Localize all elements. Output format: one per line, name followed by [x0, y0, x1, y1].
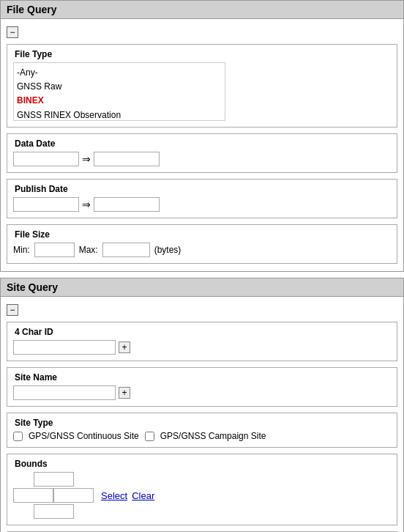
four-char-id-plus[interactable]: + — [119, 341, 130, 353]
site-type-continuous-checkbox[interactable] — [13, 432, 23, 441]
four-char-id-row: + — [13, 340, 391, 355]
file-type-option-any[interactable]: -Any- — [17, 66, 222, 80]
site-name-row: + — [13, 385, 391, 400]
site-name-legend: Site Name — [13, 372, 391, 383]
bounds-clear-link[interactable]: Clear — [132, 490, 154, 501]
site-name-input[interactable] — [13, 385, 116, 400]
bounds-container: Select Clear — [13, 472, 391, 519]
site-query-body: − 4 Char ID + Site Name + Site Type GPS/… — [0, 297, 404, 532]
four-char-id-legend: 4 Char ID — [13, 327, 391, 337]
four-char-id-input[interactable] — [13, 340, 116, 355]
site-type-campaign-label: GPS/GNSS Campaign Site — [160, 431, 266, 441]
file-type-option-binex[interactable]: BINEX — [17, 94, 222, 108]
bounds-bottom-row — [34, 504, 391, 519]
bounds-legend: Bounds — [13, 459, 391, 469]
bounds-left-input[interactable] — [13, 488, 53, 503]
site-query-title: Site Query — [7, 281, 58, 293]
file-size-bytes-label: (bytes) — [154, 245, 182, 255]
file-query-section: File Query − File Type -Any- GNSS Raw BI… — [0, 0, 404, 272]
data-date-arrow: ⇒ — [82, 153, 91, 165]
bounds-top-row — [34, 472, 391, 487]
data-date-fieldset: Data Date ⇒ — [7, 133, 397, 173]
site-type-campaign-checkbox[interactable] — [145, 432, 154, 441]
bounds-mid-row: Select Clear — [13, 488, 391, 503]
site-type-fieldset: Site Type GPS/GNSS Continuous Site GPS/G… — [7, 413, 397, 448]
file-size-min-label: Min: — [13, 245, 30, 255]
file-type-legend: File Type — [13, 49, 391, 59]
publish-date-row: ⇒ — [13, 197, 391, 212]
data-date-legend: Data Date — [13, 138, 391, 149]
bounds-top-input[interactable] — [34, 472, 74, 487]
data-date-row: ⇒ — [13, 152, 391, 166]
file-query-body: − File Type -Any- GNSS Raw BINEX GNSS RI… — [0, 19, 404, 272]
site-query-header: Site Query — [0, 278, 404, 297]
file-type-option-rinex[interactable]: GNSS RINEX Observation — [17, 108, 222, 121]
publish-date-fieldset: Publish Date ⇒ — [7, 179, 397, 218]
publish-date-from[interactable] — [13, 197, 79, 212]
file-type-fieldset: File Type -Any- GNSS Raw BINEX GNSS RINE… — [7, 44, 397, 128]
file-size-row: Min: Max: (bytes) — [13, 243, 391, 257]
site-query-collapse[interactable]: − — [7, 304, 18, 316]
publish-date-to[interactable] — [94, 197, 160, 212]
file-size-max-input[interactable] — [102, 243, 150, 257]
data-date-from[interactable] — [13, 152, 79, 166]
data-date-to[interactable] — [94, 152, 160, 166]
bounds-fieldset: Bounds Select Clear — [7, 454, 397, 525]
site-type-continuous-label: GPS/GNSS Continuous Site — [29, 431, 139, 441]
file-size-fieldset: File Size Min: Max: (bytes) — [7, 224, 397, 264]
site-type-row: GPS/GNSS Continuous Site GPS/GNSS Campai… — [13, 431, 391, 441]
file-type-option-gnss-raw[interactable]: GNSS Raw — [17, 80, 222, 94]
bounds-select-link[interactable]: Select — [101, 490, 127, 501]
site-name-plus[interactable]: + — [119, 387, 130, 399]
site-type-legend: Site Type — [13, 418, 391, 428]
file-size-max-label: Max: — [79, 245, 98, 255]
file-type-list[interactable]: -Any- GNSS Raw BINEX GNSS RINEX Observat… — [13, 62, 225, 121]
file-query-header: File Query — [0, 0, 404, 19]
site-query-section: Site Query − 4 Char ID + Site Name + Sit… — [0, 278, 404, 532]
file-size-min-input[interactable] — [34, 243, 75, 257]
file-query-collapse[interactable]: − — [7, 26, 18, 38]
bounds-bottom-input[interactable] — [34, 504, 74, 519]
bounds-right-input[interactable] — [53, 488, 94, 503]
publish-date-arrow: ⇒ — [82, 199, 91, 210]
four-char-id-fieldset: 4 Char ID + — [7, 322, 397, 361]
file-size-legend: File Size — [13, 229, 391, 240]
site-name-fieldset: Site Name + — [7, 367, 397, 407]
publish-date-legend: Publish Date — [13, 184, 391, 194]
file-query-title: File Query — [7, 4, 56, 15]
